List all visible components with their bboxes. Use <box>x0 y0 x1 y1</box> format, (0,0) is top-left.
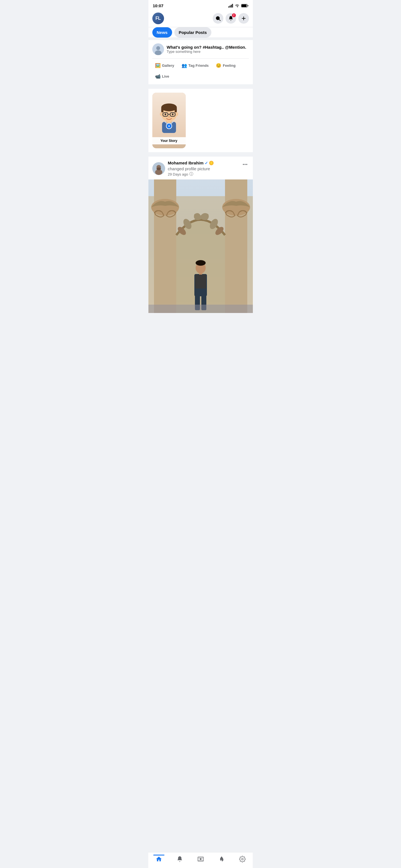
post-prompt-subtitle: Type something here <box>167 50 249 54</box>
header-actions: 7 <box>213 13 249 24</box>
live-button[interactable]: 📹 Live <box>152 72 172 81</box>
avatar-image <box>152 43 164 55</box>
story-avatar-image: + <box>152 93 186 137</box>
tag-friends-icon: 👥 <box>181 63 187 68</box>
tab-popular-posts[interactable]: Popular Posts <box>174 27 211 37</box>
stories-section: + Your Story <box>148 89 253 152</box>
create-post-top: What's going on? #Hashtag.. @Mention. Ty… <box>152 43 249 55</box>
premium-badge: ⭐ <box>209 161 213 165</box>
status-icons <box>228 4 249 7</box>
svg-text:+: + <box>168 124 170 128</box>
post-more-button[interactable] <box>241 160 249 170</box>
divider <box>148 84 253 87</box>
notifications-button[interactable]: 7 <box>226 13 236 24</box>
live-icon: 📹 <box>155 74 161 79</box>
gallery-label: Gallery <box>162 63 174 68</box>
svg-rect-3 <box>232 4 233 7</box>
feeling-button[interactable]: 😊 Feeling <box>213 61 238 70</box>
post-action-buttons: 🖼️ Gallery 👥 Tag Friends 😊 Feeling 📹 Liv… <box>152 58 249 81</box>
add-post-button[interactable] <box>238 13 249 24</box>
svg-point-31 <box>156 167 161 170</box>
svg-rect-17 <box>175 107 177 113</box>
post-header: Mohamed Ibrahim ✓ ⭐ changed profile pict… <box>148 157 253 177</box>
app-logo[interactable]: FL <box>152 12 164 24</box>
gallery-button[interactable]: 🖼️ Gallery <box>152 61 177 70</box>
post-user-name: Mohamed Ibrahim ✓ ⭐ changed profile pict… <box>168 160 241 171</box>
svg-point-23 <box>165 114 166 115</box>
feeling-icon: 😊 <box>216 63 221 68</box>
status-bar: 10:07 <box>148 0 253 10</box>
your-story-card[interactable]: + Your Story <box>152 93 186 148</box>
svg-point-18 <box>160 112 163 116</box>
your-story-label: Your Story <box>161 139 177 143</box>
svg-point-10 <box>156 46 160 50</box>
divider-2 <box>148 152 253 154</box>
svg-rect-16 <box>161 107 164 113</box>
header: FL 7 <box>148 10 253 27</box>
svg-point-40 <box>222 199 250 216</box>
post-user-info: Mohamed Ibrahim ✓ ⭐ changed profile pict… <box>152 160 241 177</box>
status-time: 10:07 <box>153 3 164 8</box>
post-user-avatar[interactable] <box>152 162 165 175</box>
plus-icon <box>241 16 247 21</box>
post-user-details: Mohamed Ibrahim ✓ ⭐ changed profile pict… <box>168 160 241 177</box>
verified-badge: ✓ <box>205 161 208 165</box>
post-card-1: Mohamed Ibrahim ✓ ⭐ changed profile pict… <box>148 157 253 313</box>
wifi-icon <box>235 4 239 7</box>
svg-point-33 <box>245 164 246 165</box>
create-post-card: What's going on? #Hashtag.. @Mention. Ty… <box>148 40 253 84</box>
more-dots-icon <box>242 162 248 167</box>
svg-rect-49 <box>195 275 206 288</box>
tag-friends-button[interactable]: 👥 Tag Friends <box>179 61 212 70</box>
svg-point-39 <box>151 199 179 216</box>
signal-icon <box>228 4 233 7</box>
user-name-text: Mohamed Ibrahim <box>168 160 204 165</box>
svg-point-25 <box>168 116 170 117</box>
post-image-svg <box>148 180 253 313</box>
svg-rect-2 <box>231 5 232 7</box>
story-bottom: Your Story <box>152 137 186 145</box>
current-user-avatar <box>152 43 164 55</box>
live-label: Live <box>162 74 169 79</box>
svg-rect-1 <box>229 6 230 7</box>
stories-scroll: + Your Story <box>152 93 253 148</box>
user-avatar-svg <box>152 162 165 175</box>
svg-point-24 <box>172 114 173 115</box>
svg-point-15 <box>161 103 177 111</box>
svg-rect-5 <box>248 5 248 6</box>
tag-friends-label: Tag Friends <box>189 63 209 68</box>
gallery-icon: 🖼️ <box>155 63 161 68</box>
post-action-text: changed profile picture <box>168 166 210 171</box>
svg-point-19 <box>175 112 178 116</box>
tab-news[interactable]: News <box>152 27 172 37</box>
search-button[interactable] <box>213 13 223 24</box>
notification-badge: 7 <box>232 13 236 17</box>
main-content: What's going on? #Hashtag.. @Mention. Ty… <box>148 40 253 335</box>
tabs-container: News Popular Posts <box>148 27 253 38</box>
post-prompt-title: What's going on? #Hashtag.. @Mention. <box>167 45 249 50</box>
cartoon-avatar-svg: + <box>155 97 183 133</box>
search-icon <box>215 16 221 21</box>
post-input-area[interactable]: What's going on? #Hashtag.. @Mention. Ty… <box>167 45 249 54</box>
svg-point-34 <box>246 164 247 165</box>
post-image[interactable] <box>148 180 253 313</box>
post-timestamp: 29 Days ago <box>168 172 188 176</box>
svg-line-8 <box>219 20 220 21</box>
svg-rect-0 <box>228 6 229 7</box>
svg-rect-52 <box>148 305 253 313</box>
battery-icon <box>241 4 249 7</box>
post-meta: 29 Days ago ⓘ <box>168 172 241 177</box>
svg-rect-6 <box>241 4 247 7</box>
svg-point-32 <box>243 164 244 165</box>
feeling-label: Feeling <box>223 63 236 68</box>
audience-icon: ⓘ <box>189 172 193 177</box>
svg-point-48 <box>196 260 205 266</box>
